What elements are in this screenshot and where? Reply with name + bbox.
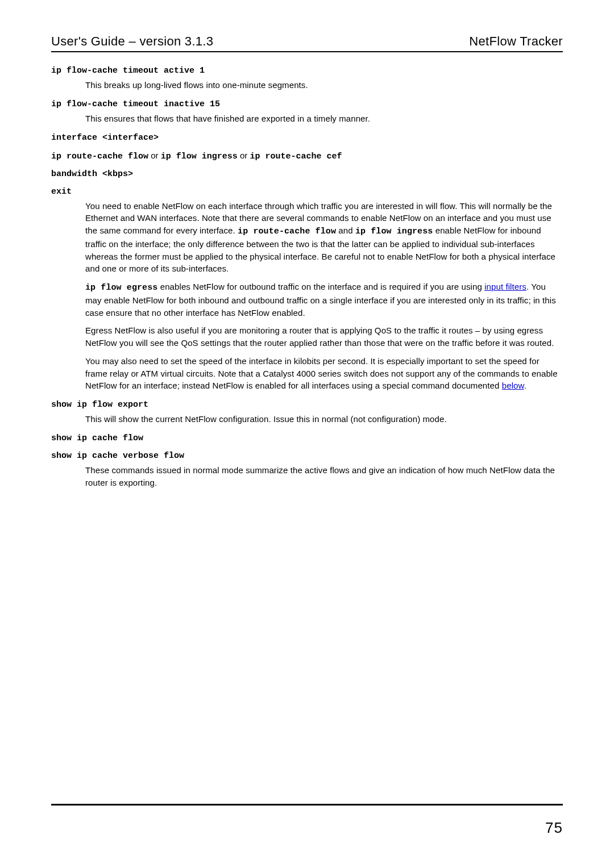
link-input-filters[interactable]: input filters <box>484 282 526 291</box>
desc-show-cache-commands: These commands issued in normal mode sum… <box>85 464 563 489</box>
desc-show-flow-export: This will show the current NetFlow confi… <box>85 413 563 425</box>
para4-text-a: You may also need to set the speed of th… <box>85 356 558 391</box>
para2-text-a: enables NetFlow for outbound traffic on … <box>157 282 484 291</box>
footer-rule <box>51 804 563 806</box>
command-show-cache-verbose-flow: show ip cache verbose flow <box>51 451 563 461</box>
inline-cmd-flow-ingress: ip flow ingress <box>355 227 433 236</box>
para1-text-b: and <box>336 226 355 235</box>
command-route-cache-line: ip route-cache flow or ip flow ingress o… <box>51 151 563 161</box>
page-number: 75 <box>545 819 563 837</box>
header-right: NetFlow Tracker <box>469 34 563 49</box>
cmd-route-cache-flow: ip route-cache flow <box>51 152 148 161</box>
cmd-flow-ingress: ip flow ingress <box>161 152 238 161</box>
command-flow-cache-active: ip flow-cache timeout active 1 <box>51 66 563 76</box>
page-header: User's Guide – version 3.1.3 NetFlow Tra… <box>51 34 563 52</box>
command-show-flow-export: show ip flow export <box>51 400 563 410</box>
cmd-route-cache-cef: ip route-cache cef <box>250 152 342 161</box>
desc-flow-cache-active: This breaks up long-lived flows into one… <box>85 79 563 91</box>
command-flow-cache-inactive: ip flow-cache timeout inactive 15 <box>51 99 563 109</box>
command-show-cache-flow: show ip cache flow <box>51 433 563 443</box>
or-separator: or <box>148 151 161 160</box>
command-exit: exit <box>51 187 563 197</box>
header-left: User's Guide – version 3.1.3 <box>51 34 213 49</box>
desc-flow-cache-inactive: This ensures that flows that have finish… <box>85 112 563 125</box>
paragraph-enable-netflow: You need to enable NetFlow on each inter… <box>85 200 563 276</box>
inline-cmd-flow-egress: ip flow egress <box>85 283 157 293</box>
command-bandwidth: bandwidth <kbps> <box>51 169 563 179</box>
paragraph-flow-egress: ip flow egress enables NetFlow for outbo… <box>85 281 563 319</box>
para4-text-b: . <box>524 381 526 390</box>
paragraph-egress-qos: Egress NetFlow is also useful if you are… <box>85 324 563 349</box>
or-separator: or <box>238 151 250 160</box>
command-interface: interface <interface> <box>51 133 563 143</box>
paragraph-speed-catalyst: You may also need to set the speed of th… <box>85 355 563 392</box>
inline-cmd-route-cache-flow: ip route-cache flow <box>238 227 336 236</box>
link-below[interactable]: below <box>502 381 524 390</box>
